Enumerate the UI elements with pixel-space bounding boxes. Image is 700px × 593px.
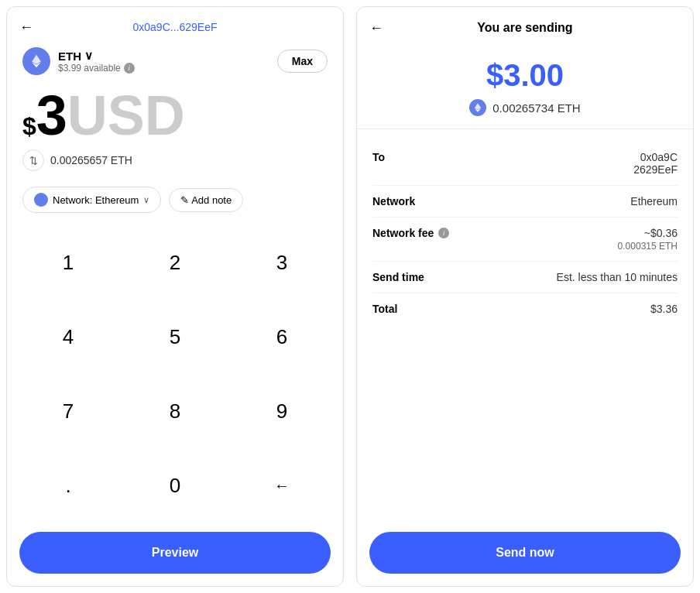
- network-selector[interactable]: Network: Ethereum ∨: [22, 187, 161, 213]
- token-text: ETH ∨ $3.99 available i: [58, 49, 135, 74]
- send-amount-screen: ← 0x0a9C...629EeF ETH ∨ $3.: [6, 6, 344, 587]
- network-detail-label: Network: [372, 195, 415, 207]
- network-label: Network: Ethereum: [53, 194, 139, 206]
- total-value: $3.36: [650, 303, 678, 315]
- swap-icon[interactable]: ⇅: [22, 149, 44, 171]
- to-address-line1: 0x0a9C: [633, 151, 678, 163]
- numpad-key-backspace[interactable]: ←: [228, 448, 335, 523]
- total-row: Total $3.36: [372, 293, 678, 324]
- numpad-key-6[interactable]: 6: [228, 300, 335, 374]
- numpad-key-decimal[interactable]: .: [15, 448, 122, 523]
- send-now-button[interactable]: Send now: [369, 532, 681, 574]
- confirm-title: You are sending: [477, 21, 572, 35]
- token-name[interactable]: ETH ∨: [58, 49, 135, 63]
- amount-number: 3: [36, 87, 67, 143]
- preview-button[interactable]: Preview: [19, 532, 331, 574]
- add-note-button[interactable]: ✎ Add note: [169, 188, 243, 212]
- numpad-key-4[interactable]: 4: [15, 300, 122, 374]
- eth-amount-text: 0.00265657 ETH: [50, 154, 132, 166]
- fee-label-row: Network fee i: [372, 227, 449, 239]
- send-time-value: Est. less than 10 minutes: [557, 271, 678, 283]
- confirm-eth-row: 0.00265734 ETH: [369, 99, 681, 116]
- to-label: To: [372, 151, 385, 163]
- max-button[interactable]: Max: [277, 50, 328, 73]
- network-chevron-icon: ∨: [143, 195, 149, 205]
- numpad-key-1[interactable]: 1: [15, 225, 122, 300]
- fee-value-block: ~$0.36 0.000315 ETH: [618, 227, 678, 252]
- confirm-eth-amount: 0.00265734 ETH: [492, 101, 580, 115]
- fee-label: Network fee: [372, 227, 434, 239]
- dollar-sign: $: [22, 112, 36, 141]
- fee-info-icon[interactable]: i: [438, 228, 449, 238]
- fee-eth-value: 0.000315 ETH: [618, 241, 678, 252]
- network-eth-icon: [34, 193, 48, 207]
- to-address-line2: 2629EeF: [633, 163, 678, 176]
- numpad-key-8[interactable]: 8: [122, 374, 228, 448]
- network-row: Network Ethereum: [372, 186, 678, 218]
- confirm-usd-amount: $3.00: [369, 58, 681, 93]
- token-selector-row: ETH ∨ $3.99 available i Max: [7, 41, 343, 81]
- back-button-screen1[interactable]: ←: [19, 19, 33, 36]
- send-time-row: Send time Est. less than 10 minutes: [372, 262, 678, 293]
- eth-icon-large: [22, 47, 50, 75]
- screen1-header: ← 0x0a9C...629EeF: [7, 7, 343, 41]
- back-button-screen2[interactable]: ←: [369, 20, 383, 36]
- wallet-address[interactable]: 0x0a9C...629EeF: [133, 21, 218, 33]
- token-info: ETH ∨ $3.99 available i: [22, 47, 135, 75]
- options-row: Network: Ethereum ∨ ✎ Add note: [7, 177, 343, 222]
- token-chevron-icon: ∨: [84, 49, 93, 63]
- balance-info-icon[interactable]: i: [124, 63, 135, 74]
- numpad-key-0[interactable]: 0: [122, 448, 228, 523]
- numpad-key-9[interactable]: 9: [228, 374, 335, 448]
- amount-display: $ 3 USD: [7, 81, 343, 143]
- numpad-key-2[interactable]: 2: [122, 225, 228, 300]
- numpad: 1 2 3 4 5 6 7 8 9 . 0 ←: [7, 222, 343, 526]
- eth-amount-row: ⇅ 0.00265657 ETH: [7, 143, 343, 177]
- amount-currency: USD: [67, 87, 185, 143]
- total-label: Total: [372, 303, 397, 315]
- fee-row: Network fee i ~$0.36 0.000315 ETH: [372, 218, 678, 262]
- numpad-key-7[interactable]: 7: [15, 374, 122, 448]
- token-balance: $3.99 available i: [58, 63, 135, 74]
- to-address-block: 0x0a9C 2629EeF: [633, 151, 678, 176]
- numpad-key-3[interactable]: 3: [228, 225, 335, 300]
- send-time-label: Send time: [372, 271, 424, 283]
- screen2-header: ← You are sending: [357, 7, 693, 43]
- confirm-eth-icon: [469, 99, 486, 116]
- send-confirm-screen: ← You are sending $3.00 0.00265734 ETH T…: [356, 6, 694, 587]
- confirm-details: To 0x0a9C 2629EeF Network Ethereum Netwo…: [357, 129, 693, 526]
- numpad-key-5[interactable]: 5: [122, 300, 228, 374]
- fee-usd-value: ~$0.36: [618, 227, 678, 239]
- network-detail-value: Ethereum: [630, 195, 678, 207]
- to-row: To 0x0a9C 2629EeF: [372, 142, 678, 186]
- confirm-amount-section: $3.00 0.00265734 ETH: [357, 43, 693, 129]
